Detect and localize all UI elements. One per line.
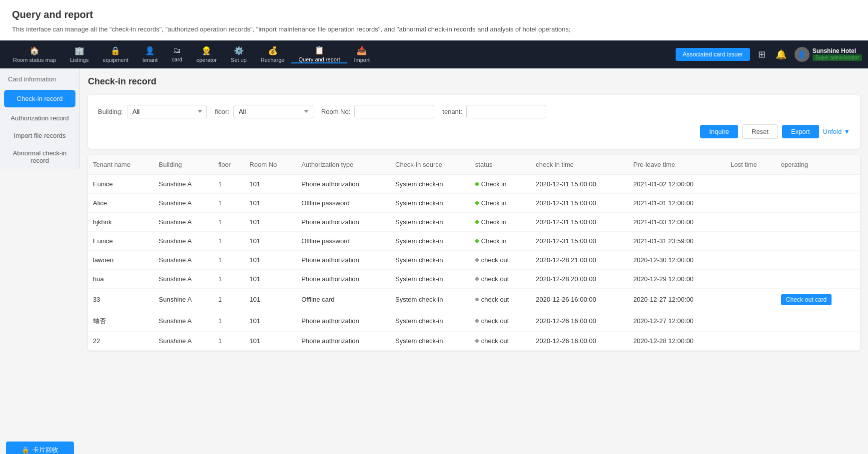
col-auth-type: Authorization type (296, 155, 390, 175)
status-text: check out (481, 337, 509, 345)
col-checkin-source: Check-in source (390, 155, 470, 175)
reset-button[interactable]: Reset (742, 124, 778, 139)
status-text: Check in (481, 199, 507, 207)
cell-checkin-time: 2020-12-31 15:00:00 (531, 193, 628, 212)
operator-icon: 👷 (201, 46, 211, 55)
nav-query-label: Query and report (298, 56, 340, 62)
building-filter: Building: All (98, 105, 207, 118)
cell-lost-time (726, 231, 776, 250)
nav-import[interactable]: 📥 Import (347, 46, 377, 63)
inquire-button[interactable]: Inquire (700, 125, 738, 138)
cell-floor: 1 (213, 269, 245, 288)
nav-equipment[interactable]: 🔒 equipment (96, 46, 135, 63)
table-row: 33 Sunshine A 1 101 Offline card System … (88, 288, 860, 311)
cell-checkin-time: 2020-12-31 15:00:00 (531, 231, 628, 250)
nav-recharge[interactable]: 💰 Recharge (254, 46, 292, 63)
tenant-input[interactable] (466, 105, 546, 118)
cell-lost-time (726, 288, 776, 311)
cell-auth-type: Phone authorization (296, 269, 390, 288)
table-card: Tenant name Building floor Room No Autho… (88, 155, 860, 351)
status-text: check out (481, 275, 509, 283)
room-no-input[interactable] (354, 105, 434, 118)
lock-icon: 🔒 (21, 446, 29, 454)
col-pre-leave: Pre-leave time (628, 155, 726, 175)
status-text: check out (481, 256, 509, 264)
cell-building: Sunshine A (154, 331, 213, 350)
cell-auth-type: Offline password (296, 231, 390, 250)
table-row: Eunice Sunshine A 1 101 Offline password… (88, 231, 860, 250)
user-name: Sunshine Hotel (813, 47, 862, 54)
nav-room-status[interactable]: 🏠 Room status map (6, 46, 63, 63)
cell-checkin-time: 2020-12-31 15:00:00 (531, 212, 628, 231)
cell-status: Check in (470, 212, 531, 231)
cell-tenant: Alice (88, 193, 154, 212)
cell-source: System check-in (390, 311, 470, 331)
cell-operating (776, 250, 860, 269)
table-row: Eunice Sunshine A 1 101 Phone authorizat… (88, 174, 860, 193)
sidebar: Card information Check-in record Authori… (0, 68, 80, 169)
floor-select[interactable]: All (233, 105, 313, 118)
nav-operator-label: operator (196, 57, 217, 63)
table-row: hua Sunshine A 1 101 Phone authorization… (88, 269, 860, 288)
setup-icon: ⚙️ (234, 46, 244, 55)
cell-operating (776, 212, 860, 231)
chevron-down-icon: ▼ (844, 128, 850, 135)
cell-lost-time (726, 311, 776, 331)
notification-icon[interactable]: 🔔 (774, 47, 789, 62)
cell-room: 101 (244, 193, 296, 212)
nav-tenant-label: tenant (142, 57, 158, 63)
user-details: Sunshine Hotel Super administrator (813, 47, 862, 61)
col-status: status (470, 155, 531, 175)
tenant-icon: 👤 (145, 46, 155, 55)
sidebar-item-authorization[interactable]: Authorization record (0, 109, 79, 127)
nav-card[interactable]: 🗂 card (164, 46, 189, 62)
cell-room: 101 (244, 311, 296, 331)
nav-operator[interactable]: 👷 operator (189, 46, 224, 63)
unfold-button[interactable]: Unfold ▼ (823, 128, 850, 135)
user-role: Super administrator (813, 54, 862, 61)
associated-card-issuer-button[interactable]: Associated card issuer (676, 48, 750, 61)
cell-building: Sunshine A (154, 250, 213, 269)
recharge-icon: 💰 (268, 46, 278, 55)
user-info: 👤 Sunshine Hotel Super administrator (795, 47, 862, 62)
qr-icon[interactable]: ⊞ (756, 47, 768, 62)
nav-setup[interactable]: ⚙️ Set up (224, 46, 254, 63)
cell-building: Sunshine A (154, 231, 213, 250)
sidebar-item-checkin[interactable]: Check-in record (4, 90, 75, 107)
cell-lost-time (726, 331, 776, 350)
cell-status: check out (470, 269, 531, 288)
cell-checkin-time: 2020-12-28 20:00:00 (531, 269, 628, 288)
status-dot (475, 239, 479, 243)
building-select[interactable]: All (127, 105, 207, 118)
nav-equipment-label: equipment (103, 57, 128, 63)
status-dot (475, 277, 479, 281)
status-dot (475, 220, 479, 224)
cell-room: 101 (244, 288, 296, 311)
cell-tenant: 蚰否 (88, 311, 154, 331)
cell-operating (776, 231, 860, 250)
sidebar-item-import-file[interactable]: Import file records (0, 127, 79, 144)
content-area: Check-in record Building: All floor: All (80, 68, 868, 454)
cell-status: Check in (470, 231, 531, 250)
room-no-filter: Room No: (321, 105, 435, 118)
card-recycle-button[interactable]: 🔒 卡片回收 (6, 442, 74, 454)
cell-auth-type: Offline password (296, 193, 390, 212)
cell-checkin-time: 2020-12-26 16:00:00 (531, 311, 628, 331)
cell-status: check out (470, 250, 531, 269)
cell-pre-leave: 2020-12-30 12:00:00 (628, 250, 726, 269)
nav-query[interactable]: 📋 Query and report (291, 45, 347, 63)
cell-checkin-time: 2020-12-26 16:00:00 (531, 331, 628, 350)
cell-room: 101 (244, 269, 296, 288)
content-title: Check-in record (88, 76, 860, 87)
checkout-card-button[interactable]: Check-out card (781, 294, 832, 305)
cell-pre-leave: 2021-01-01 12:00:00 (628, 193, 726, 212)
export-button[interactable]: Export (782, 125, 819, 138)
cell-status: Check in (470, 174, 531, 193)
status-text: Check in (481, 218, 507, 226)
cell-floor: 1 (213, 331, 245, 350)
sidebar-item-abnormal[interactable]: Abnormal check-in record (0, 144, 79, 169)
cell-floor: 1 (213, 193, 245, 212)
nav-listings[interactable]: 🏢 Listings (63, 46, 95, 63)
nav-tenant[interactable]: 👤 tenant (135, 46, 165, 63)
cell-building: Sunshine A (154, 193, 213, 212)
